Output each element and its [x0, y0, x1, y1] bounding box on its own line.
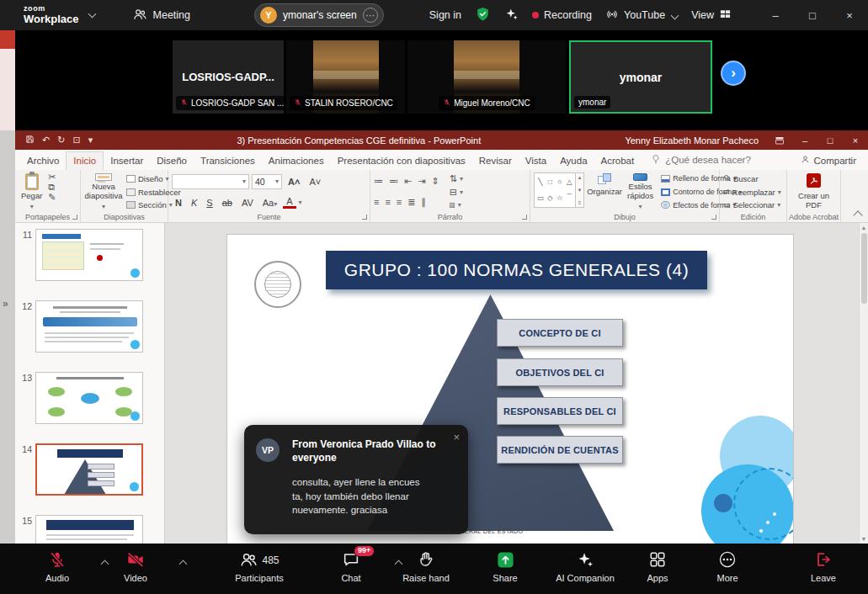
recording-indicator[interactable]: Recording — [532, 9, 592, 21]
dropdown-icon[interactable]: ▾ — [299, 199, 302, 206]
pyramid-label-box[interactable]: RENDICIÓN DE CUENTAS — [497, 436, 623, 464]
align-center-icon[interactable]: ≡ — [385, 198, 390, 207]
share-document-button[interactable]: Compartir — [801, 155, 856, 170]
font-color-button[interactable]: A — [283, 196, 296, 209]
video-options-caret[interactable] — [179, 560, 188, 569]
cut-icon[interactable]: ✂ — [48, 172, 56, 182]
close-button[interactable]: × — [831, 0, 868, 30]
participant-tile[interactable]: Miguel Moreno/CNC — [407, 40, 566, 114]
font-size-combobox[interactable]: 40▾ — [252, 174, 282, 189]
tab-revisar[interactable]: Revisar — [472, 152, 519, 170]
dialog-launcher-icon[interactable] — [711, 215, 716, 220]
youtube-live-button[interactable]: YouTube — [605, 8, 678, 24]
tab-vista[interactable]: Vista — [519, 152, 553, 170]
pyramid-label-box[interactable]: CONCEPTO DE CI — [497, 319, 623, 347]
align-text-button[interactable]: ⊟▾ — [450, 186, 463, 199]
collapse-ribbon-icon[interactable] — [853, 210, 862, 220]
slide-thumbnail[interactable] — [35, 300, 143, 353]
slide-thumbnail[interactable] — [35, 372, 143, 424]
format-painter-icon[interactable]: ✎ — [48, 193, 56, 202]
share-screen-control[interactable]: Share — [470, 550, 541, 583]
font-name-combobox[interactable]: ▾ — [172, 174, 249, 189]
ppt-minimize-button[interactable]: – — [792, 130, 817, 150]
line-spacing-icon[interactable]: ⇕ — [431, 177, 439, 186]
tab-ayuda[interactable]: Ayuda — [553, 152, 594, 170]
save-icon[interactable] — [25, 135, 35, 146]
tab-transiciones[interactable]: Transiciones — [194, 152, 262, 170]
tell-me-search[interactable]: ¿Qué desea hacer? — [651, 154, 751, 170]
change-case-button[interactable]: Aa▾ — [259, 198, 280, 208]
tab-diseno[interactable]: Diseño — [150, 152, 194, 170]
align-right-icon[interactable]: ≡ — [397, 198, 402, 207]
increase-indent-icon[interactable]: ⇥ — [418, 177, 425, 186]
view-button[interactable]: View — [691, 8, 732, 23]
strikethrough-button[interactable]: ab — [219, 198, 236, 208]
audio-control[interactable]: Audio — [22, 550, 93, 583]
underline-button[interactable]: S — [203, 198, 216, 208]
start-slideshow-icon[interactable]: ⊡ — [72, 135, 80, 145]
select-button[interactable]: ▭ Seleccionar▾ — [723, 199, 781, 211]
more-options-icon[interactable]: ⋯ — [363, 8, 378, 23]
ppt-maximize-button[interactable]: □ — [817, 130, 843, 150]
tab-acrobat[interactable]: Acrobat — [594, 152, 642, 170]
ppt-close-button[interactable]: × — [843, 130, 868, 150]
scroll-up-icon[interactable]: ▲ — [861, 225, 867, 231]
create-pdf-button[interactable]: Crear un PDF — [795, 172, 833, 211]
scroll-down-icon[interactable]: ▼ — [861, 536, 867, 542]
sign-in-button[interactable]: Sign in — [429, 9, 461, 21]
columns-icon[interactable]: ∥ — [421, 198, 426, 207]
raise-hand-control[interactable]: Raise hand — [391, 550, 461, 583]
tab-insertar[interactable]: Insertar — [104, 152, 150, 170]
redo-icon[interactable]: ↻ — [57, 135, 65, 145]
apps-control[interactable]: Apps — [622, 550, 693, 583]
shapes-gallery[interactable]: ╲□○△ ▭◇☆⌒ — [534, 172, 576, 208]
chat-notification-popup[interactable]: VP From Veronica Prado Villao to everyon… — [244, 425, 468, 534]
slide-thumbnail-row[interactable]: 15 — [19, 515, 164, 544]
chat-control[interactable]: 99+ Chat — [316, 550, 386, 583]
next-participants-button[interactable]: › — [721, 61, 746, 86]
zoom-workplace-logo[interactable]: zoom Workplace — [24, 5, 79, 24]
justify-icon[interactable]: ≣ — [407, 198, 415, 207]
dialog-launcher-icon[interactable] — [362, 215, 367, 220]
italic-button[interactable]: K — [188, 198, 200, 208]
leave-control[interactable]: Leave — [788, 550, 859, 583]
slide-title[interactable]: GRUPO : 100 NORMAS GENERALES (4) — [326, 251, 707, 289]
undo-icon[interactable]: ↶ — [42, 135, 50, 145]
chevron-down-icon[interactable] — [88, 10, 96, 19]
close-icon[interactable]: × — [453, 431, 460, 443]
more-control[interactable]: More — [692, 550, 763, 583]
vertical-scrollbar[interactable]: ▲ ▼ — [859, 223, 868, 544]
tab-presentacion[interactable]: Presentación con diapositivas — [331, 152, 472, 170]
arrange-button[interactable]: Organizar — [588, 172, 621, 211]
dialog-launcher-icon[interactable] — [72, 215, 77, 220]
find-button[interactable]: Buscar — [723, 172, 781, 185]
tab-archivo[interactable]: Archivo — [20, 152, 66, 170]
character-spacing-button[interactable]: AV — [238, 198, 257, 208]
quick-styles-button[interactable]: Estilos rápidos ▾ — [625, 172, 656, 211]
slide-thumbnail-row[interactable]: 11 — [19, 229, 164, 281]
decrease-indent-icon[interactable]: ⇤ — [404, 177, 412, 186]
copy-icon[interactable]: ⧉ — [48, 183, 56, 192]
shared-screen-pill[interactable]: Y ymonar's screen ⋯ — [254, 3, 384, 27]
replace-button[interactable]: ⇄ Reemplazar▾ — [723, 186, 781, 199]
slide-thumbnail-row[interactable]: 13 — [19, 372, 164, 424]
shapes-gallery-scroll[interactable]: ▲ ▼ ≡ — [576, 172, 584, 208]
scrollbar-thumb[interactable] — [861, 233, 867, 304]
new-slide-button[interactable]: Nueva diapositiva ▾ — [84, 172, 123, 211]
participants-control[interactable]: 485 Participants — [224, 550, 295, 583]
tab-inicio[interactable]: Inicio — [66, 151, 104, 170]
slide-thumbnail[interactable] — [35, 515, 143, 544]
video-control[interactable]: Video — [100, 550, 171, 583]
slide-thumbnail[interactable] — [35, 229, 143, 281]
slide-thumbnail-row-selected[interactable]: 14 — [19, 443, 164, 496]
minimize-button[interactable]: – — [757, 0, 794, 30]
pyramid-label-box[interactable]: RESPONSABLES DEL CI — [497, 397, 623, 425]
account-name[interactable]: Yenny Elizabeth Monar Pacheco — [625, 135, 759, 146]
pyramid-label-box[interactable]: OBJETIVOS DEL CI — [497, 358, 623, 386]
ai-companion-control[interactable]: AI Companion — [550, 550, 620, 583]
participant-tile[interactable]: LOSRIOS-GADP... LOSRIOS-GADP SAN ... — [173, 40, 284, 114]
bullets-icon[interactable]: ≔ — [374, 177, 383, 186]
decrease-font-icon[interactable]: A˅ — [306, 177, 324, 187]
participant-tile[interactable]: STALIN ROSERO/CNC — [286, 40, 405, 114]
bold-button[interactable]: N — [172, 198, 185, 208]
